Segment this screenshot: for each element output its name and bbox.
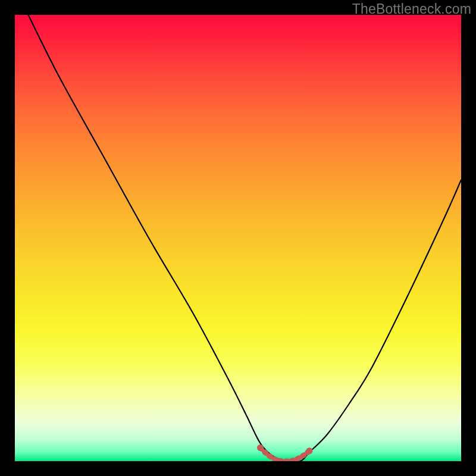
bottleneck-curve — [29, 15, 462, 461]
watermark-text: TheBottleneck.com — [352, 1, 471, 17]
svg-point-0 — [257, 444, 264, 451]
chart-svg — [15, 15, 461, 461]
plot-area — [15, 15, 461, 461]
svg-point-1 — [306, 447, 313, 454]
chart-container: TheBottleneck.com — [0, 0, 476, 476]
